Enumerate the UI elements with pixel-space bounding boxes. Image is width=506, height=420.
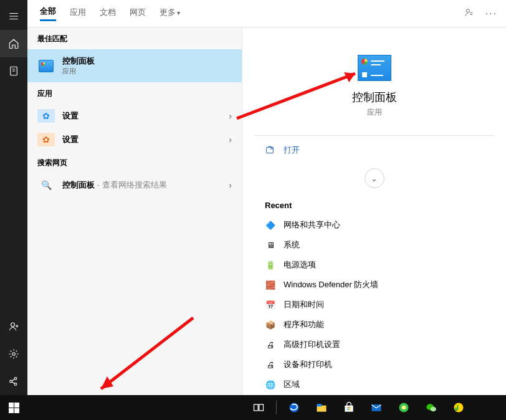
recent-system[interactable]: 🖥系统 bbox=[254, 235, 495, 255]
expand-toggle[interactable]: ⌄ bbox=[365, 168, 384, 188]
rail-home-button[interactable] bbox=[0, 30, 27, 57]
taskbar-360[interactable] bbox=[391, 395, 416, 420]
svg-rect-15 bbox=[348, 407, 349, 408]
search-filter-tabs: 全部 应用 文档 网页 更多▾ ··· bbox=[27, 0, 506, 27]
svg-rect-16 bbox=[349, 407, 350, 408]
svg-point-4 bbox=[14, 378, 17, 380]
search-results-list: 最佳匹配 控制面板 应用 应用 ✿ 设置 › ✿ 设置 › bbox=[27, 27, 242, 420]
chevron-right-icon: › bbox=[229, 135, 232, 145]
taskbar-qqmusic[interactable] bbox=[446, 395, 471, 420]
result-title: 控制面板 bbox=[62, 55, 95, 67]
tab-apps[interactable]: 应用 bbox=[70, 7, 86, 21]
taskbar bbox=[0, 395, 506, 420]
result-control-panel[interactable]: 控制面板 应用 bbox=[27, 49, 242, 82]
svg-point-21 bbox=[402, 406, 406, 410]
taskbar-mail[interactable] bbox=[364, 395, 389, 420]
result-web-search[interactable]: 🔍 控制面板 - 查看网络搜索结果 › bbox=[27, 173, 242, 197]
svg-rect-17 bbox=[348, 409, 349, 410]
svg-rect-14 bbox=[345, 406, 353, 412]
rail-user-button[interactable] bbox=[0, 313, 27, 340]
chevron-right-icon: › bbox=[229, 180, 232, 190]
recent-printer-adv[interactable]: 🖨高级打印机设置 bbox=[254, 335, 495, 355]
recent-network[interactable]: 🔷网络和共享中心 bbox=[254, 215, 495, 235]
printer-icon: 🖨 bbox=[265, 339, 276, 350]
taskbar-store[interactable] bbox=[337, 395, 361, 420]
more-options-icon[interactable]: ··· bbox=[485, 8, 497, 19]
group-web: 搜索网页 bbox=[27, 151, 242, 173]
recent-region[interactable]: 🌐区域 bbox=[254, 375, 495, 394]
start-left-rail bbox=[0, 0, 27, 420]
control-panel-icon bbox=[39, 60, 54, 72]
recent-header: Recent bbox=[254, 197, 495, 215]
firewall-icon: 🧱 bbox=[265, 279, 276, 290]
recent-devices[interactable]: 🖨设备和打印机 bbox=[254, 355, 495, 375]
taskbar-explorer[interactable] bbox=[309, 395, 334, 420]
gear-icon: ✿ bbox=[37, 133, 55, 146]
result-settings-1[interactable]: ✿ 设置 › bbox=[27, 104, 242, 128]
svg-rect-13 bbox=[317, 404, 322, 406]
recent-programs[interactable]: 📦程序和功能 bbox=[254, 315, 495, 335]
svg-point-23 bbox=[431, 407, 436, 412]
chevron-down-icon: ▾ bbox=[177, 9, 180, 16]
taskbar-edge[interactable] bbox=[282, 395, 307, 420]
feedback-icon[interactable] bbox=[464, 7, 474, 20]
group-best-match: 最佳匹配 bbox=[27, 27, 242, 49]
action-open[interactable]: 打开 bbox=[254, 137, 495, 163]
recent-power[interactable]: 🔋电源选项 bbox=[254, 255, 495, 275]
detail-title: 控制面板 bbox=[254, 90, 495, 105]
svg-point-6 bbox=[466, 9, 469, 12]
open-icon bbox=[265, 145, 275, 155]
result-detail-pane: 控制面板 应用 打开 ⌄ Recent 🔷网络和共享中心 🖥系统 🔋电源选项 🧱… bbox=[242, 27, 506, 420]
svg-point-2 bbox=[12, 353, 16, 356]
monitor-icon: 🖥 bbox=[265, 239, 276, 251]
calendar-icon: 📅 bbox=[265, 299, 276, 310]
result-subtitle: 应用 bbox=[62, 67, 95, 76]
rail-menu-button[interactable] bbox=[0, 2, 27, 30]
search-panel: 全部 应用 文档 网页 更多▾ ··· 最佳匹配 控制面板 应用 bbox=[27, 0, 506, 420]
search-icon: 🔍 bbox=[37, 178, 55, 192]
svg-point-5 bbox=[14, 383, 17, 386]
group-apps: 应用 bbox=[27, 82, 242, 104]
task-view-button[interactable] bbox=[246, 395, 271, 420]
svg-point-3 bbox=[10, 380, 12, 383]
detail-subtitle: 应用 bbox=[254, 107, 495, 118]
result-settings-2[interactable]: ✿ 设置 › bbox=[27, 128, 242, 151]
programs-icon: 📦 bbox=[265, 319, 276, 330]
rail-documents-button[interactable] bbox=[0, 57, 27, 85]
tab-web[interactable]: 网页 bbox=[130, 7, 146, 21]
devices-icon: 🖨 bbox=[265, 359, 276, 370]
svg-rect-10 bbox=[259, 404, 264, 411]
power-icon: 🔋 bbox=[265, 259, 276, 270]
tab-more[interactable]: 更多▾ bbox=[160, 7, 180, 21]
taskbar-wechat[interactable] bbox=[419, 395, 444, 420]
rail-share-button[interactable] bbox=[0, 368, 27, 395]
divider bbox=[254, 135, 495, 136]
svg-rect-18 bbox=[349, 409, 350, 410]
svg-point-1 bbox=[11, 323, 15, 327]
tab-all[interactable]: 全部 bbox=[40, 6, 56, 21]
globe-icon: 🌐 bbox=[265, 379, 276, 390]
svg-rect-9 bbox=[254, 404, 259, 411]
rail-settings-button[interactable] bbox=[0, 340, 27, 368]
svg-point-24 bbox=[454, 403, 464, 413]
recent-firewall[interactable]: 🧱Windows Defender 防火墙 bbox=[254, 275, 495, 295]
gear-icon: ✿ bbox=[37, 109, 55, 123]
network-icon: 🔷 bbox=[265, 219, 276, 231]
start-button[interactable] bbox=[0, 395, 27, 420]
tab-docs[interactable]: 文档 bbox=[100, 7, 116, 21]
control-panel-large-icon bbox=[358, 55, 391, 81]
recent-datetime[interactable]: 📅日期和时间 bbox=[254, 295, 495, 315]
chevron-right-icon: › bbox=[229, 111, 232, 121]
